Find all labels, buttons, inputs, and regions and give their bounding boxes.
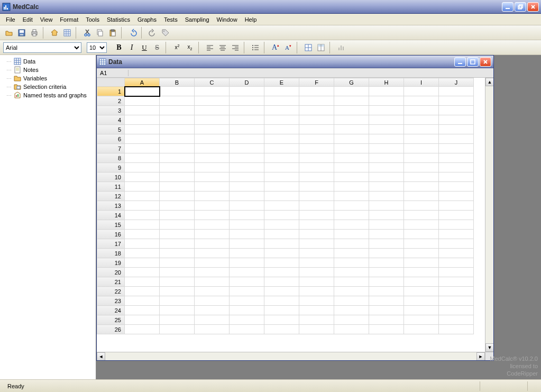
column-header[interactable]: A [125, 78, 160, 87]
cell[interactable] [264, 277, 299, 287]
cell[interactable] [125, 153, 160, 163]
cell[interactable] [264, 296, 299, 306]
cell[interactable] [334, 182, 369, 192]
home-icon[interactable] [49, 27, 60, 39]
scroll-down-button[interactable]: ▼ [485, 343, 493, 352]
cell[interactable] [299, 306, 334, 315]
cell[interactable] [195, 87, 230, 96]
cell[interactable] [230, 239, 264, 249]
table-icon[interactable] [302, 42, 314, 53]
cell[interactable] [195, 277, 230, 287]
row-header[interactable]: 18 [97, 249, 125, 258]
column-header[interactable]: C [195, 78, 230, 87]
cell[interactable] [160, 106, 195, 115]
table2-icon[interactable] [315, 42, 327, 53]
row-header[interactable]: 22 [97, 287, 125, 296]
copy-icon[interactable] [94, 27, 106, 39]
cell[interactable] [125, 211, 160, 220]
menu-format[interactable]: Format [56, 15, 82, 24]
cell[interactable] [160, 258, 195, 268]
cell[interactable] [125, 325, 160, 334]
cell[interactable] [299, 201, 334, 211]
cell[interactable] [369, 201, 404, 211]
cell[interactable] [230, 87, 264, 96]
row-header[interactable]: 15 [97, 220, 125, 230]
cell[interactable] [369, 96, 404, 106]
cell[interactable] [160, 287, 195, 296]
cell[interactable] [404, 239, 439, 249]
cell[interactable] [160, 277, 195, 287]
cell[interactable] [230, 220, 264, 230]
row-header[interactable]: 1 [97, 87, 125, 96]
cell[interactable] [369, 182, 404, 192]
column-header[interactable]: E [264, 78, 299, 87]
child-minimize-button[interactable] [454, 57, 466, 67]
cell[interactable] [369, 220, 404, 230]
cell[interactable] [439, 87, 474, 96]
cell[interactable] [160, 163, 195, 172]
cell[interactable] [160, 306, 195, 315]
cell[interactable] [125, 182, 160, 192]
cell[interactable] [195, 296, 230, 306]
data-grid-icon[interactable] [61, 27, 73, 39]
cell[interactable] [334, 268, 369, 277]
menu-statistics[interactable]: Statistics [103, 15, 134, 24]
menu-file[interactable]: File [2, 15, 19, 24]
row-header[interactable]: 7 [97, 144, 125, 153]
cell[interactable] [334, 125, 369, 134]
row-header[interactable]: 19 [97, 258, 125, 268]
cell[interactable] [439, 277, 474, 287]
strikethrough-button[interactable]: S [151, 42, 163, 53]
cell[interactable] [369, 306, 404, 315]
row-header[interactable]: 5 [97, 125, 125, 134]
cell[interactable] [404, 268, 439, 277]
cell[interactable] [334, 258, 369, 268]
cell[interactable] [195, 144, 230, 153]
cell[interactable] [439, 287, 474, 296]
cell[interactable] [369, 87, 404, 96]
cell[interactable] [264, 306, 299, 315]
cell[interactable] [160, 182, 195, 192]
cell[interactable] [230, 296, 264, 306]
cell[interactable] [230, 153, 264, 163]
column-header[interactable]: D [230, 78, 264, 87]
menu-tools[interactable]: Tools [82, 15, 103, 24]
cell[interactable] [230, 182, 264, 192]
cell[interactable] [334, 87, 369, 96]
open-icon[interactable] [3, 27, 15, 39]
row-header[interactable]: 12 [97, 192, 125, 201]
cell[interactable] [125, 106, 160, 115]
cell[interactable] [230, 258, 264, 268]
cell[interactable] [160, 315, 195, 325]
cell[interactable] [195, 287, 230, 296]
cell[interactable] [195, 153, 230, 163]
font-name-select[interactable]: Arial [3, 42, 81, 53]
cell[interactable] [125, 230, 160, 239]
cell[interactable] [125, 144, 160, 153]
cell[interactable] [404, 277, 439, 287]
cell[interactable] [404, 163, 439, 172]
cell[interactable] [230, 125, 264, 134]
cell[interactable] [334, 163, 369, 172]
cell[interactable] [230, 192, 264, 201]
cell[interactable] [369, 277, 404, 287]
column-header[interactable]: J [439, 78, 474, 87]
cell[interactable] [195, 115, 230, 125]
cell[interactable] [125, 163, 160, 172]
cell[interactable] [299, 287, 334, 296]
cell[interactable] [439, 192, 474, 201]
cell[interactable] [334, 287, 369, 296]
cell[interactable] [125, 172, 160, 182]
cell[interactable] [264, 134, 299, 144]
spreadsheet[interactable]: ABCDEFGHIJ123456789101112131415161718192… [97, 78, 493, 360]
cell[interactable] [404, 258, 439, 268]
cell[interactable] [264, 87, 299, 96]
cell[interactable] [230, 315, 264, 325]
row-header[interactable]: 13 [97, 201, 125, 211]
cell[interactable] [195, 201, 230, 211]
cell[interactable] [334, 211, 369, 220]
cell[interactable] [439, 163, 474, 172]
horizontal-scrollbar[interactable]: ◄ ► [97, 352, 485, 360]
cell[interactable] [195, 306, 230, 315]
cell[interactable] [334, 172, 369, 182]
